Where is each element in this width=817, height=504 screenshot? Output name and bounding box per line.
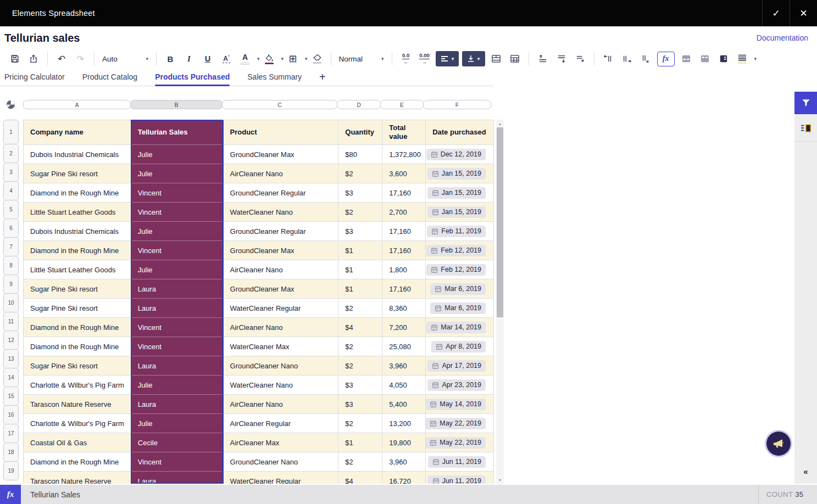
row-header-6[interactable]: 6 [3,219,19,238]
date-cell[interactable]: Apr 23, 2019 [426,376,494,395]
seller-cell[interactable]: Julie [131,164,224,183]
cell-style-select[interactable]: Normal ▾ [336,55,387,63]
scrollbar-thumb[interactable] [497,127,503,317]
product-cell[interactable]: AirCleaner Nano [224,318,339,337]
count-indicator[interactable]: COUNT35 [759,490,817,499]
quantity-cell[interactable]: $3 [338,395,382,414]
date-cell[interactable]: Feb 11, 2019 [426,222,494,241]
italic-button[interactable]: I [182,51,196,66]
company-cell[interactable]: Tarascon Nature Reserve [24,395,131,414]
seller-cell[interactable]: Laura [131,299,224,318]
documentation-link[interactable]: Documentation [757,33,808,42]
row-header-2[interactable]: 2 [3,144,19,163]
seller-cell[interactable]: Laura [131,356,224,376]
product-cell[interactable]: GroundCleaner Nano [224,356,339,376]
quantity-cell[interactable]: $1 [338,241,382,260]
total-value-cell[interactable]: 17,160 [382,222,426,241]
quantity-cell[interactable]: $1 [338,279,382,299]
company-cell[interactable]: Sugar Pine Ski resort [24,164,131,183]
date-badge[interactable]: Apr 8, 2019 [431,341,486,352]
total-value-cell[interactable]: 17,160 [382,183,426,203]
scroll-down-icon[interactable]: ▼ [498,476,502,484]
total-value-cell[interactable]: 8,360 [382,299,426,318]
total-value-cell[interactable]: 1,800 [382,260,426,279]
row-header-18[interactable]: 18 [3,443,19,462]
seller-cell[interactable]: Vincent [131,337,224,356]
filter-button[interactable] [794,92,817,114]
row-height-button[interactable] [735,51,749,66]
underline-button[interactable]: U [201,51,215,66]
row-header-7[interactable]: 7 [3,237,19,256]
company-cell[interactable]: Charlotte & Wilbur's Pig Farm [24,376,131,395]
seller-cell[interactable]: Julie [131,376,224,395]
company-cell[interactable]: Charlotte & Wilbur's Pig Farm [24,414,131,433]
date-badge[interactable]: Feb 12, 2019 [426,264,486,276]
company-cell[interactable]: Little Stuart Leather Goods [24,260,131,279]
collapse-panel-button[interactable]: « [803,467,808,476]
product-cell[interactable]: AirCleaner Regular [224,414,339,433]
formula-bar-toggle-button[interactable]: fx [657,52,675,66]
delete-column-button[interactable] [638,51,653,66]
insert-row-above-button[interactable] [536,51,550,66]
product-cell[interactable]: WaterCleaner Nano [224,203,339,222]
product-cell[interactable]: AirCleaner Nano [224,164,339,183]
date-badge[interactable]: Jun 11, 2019 [428,456,486,468]
date-cell[interactable]: Jun 11, 2019 [426,472,494,484]
date-badge[interactable]: Mar 6, 2019 [430,283,486,295]
row-header-12[interactable]: 12 [3,331,19,350]
date-badge[interactable]: Apr 23, 2019 [427,379,486,391]
product-cell[interactable]: WaterCleaner Regular [224,299,339,318]
date-cell[interactable]: Mar 6, 2019 [426,299,494,318]
date-badge[interactable]: Jan 15, 2019 [427,168,486,180]
increase-decimal-button[interactable]: 0.00→ [418,51,432,66]
date-badge[interactable]: May 22, 2019 [426,418,486,429]
freeze-columns-button[interactable] [698,51,712,66]
company-cell[interactable]: Coastal Oil & Gas [24,433,131,452]
product-cell[interactable]: GroundCleaner Regular [224,183,339,203]
date-cell[interactable]: May 14, 2019 [426,395,494,414]
total-value-cell[interactable]: 17,160 [382,279,426,299]
seller-cell[interactable]: Cecile [131,433,224,452]
total-value-cell[interactable]: 13,200 [382,414,426,433]
date-cell[interactable]: Feb 12, 2019 [426,260,494,279]
date-cell[interactable]: Jan 15, 2019 [426,183,494,203]
total-value-cell[interactable]: 16,720 [382,472,426,484]
date-cell[interactable]: Jun 11, 2019 [426,452,494,472]
product-cell[interactable]: GroundCleaner Max [224,279,339,299]
column-header-E[interactable]: E [380,100,424,109]
select-all-icon[interactable] [6,100,15,109]
quantity-cell[interactable]: $2 [338,356,382,376]
company-cell[interactable]: Diamond in the Rough Mine [24,452,131,472]
date-cell[interactable]: May 22, 2019 [426,414,494,433]
tab-products-purchased[interactable]: Products Purchased [155,68,230,86]
seller-cell[interactable]: Vincent [131,183,224,203]
decrease-decimal-button[interactable]: 0.0← [399,51,413,66]
column-header-C[interactable]: C [222,100,337,109]
confirm-button[interactable]: ✓ [762,0,790,26]
chevron-down-icon[interactable]: ▾ [281,56,284,61]
company-cell[interactable]: Sugar Pine Ski resort [24,356,131,376]
quantity-cell[interactable]: $3 [338,183,382,203]
total-value-cell[interactable]: 4,050 [382,376,426,395]
date-cell[interactable]: Jan 15, 2019 [426,164,494,183]
date-cell[interactable]: Mar 14, 2019 [426,318,494,337]
seller-cell[interactable]: Julie [131,260,224,279]
chevron-down-icon[interactable]: ▾ [257,56,260,61]
company-cell[interactable]: Little Stuart Leather Goods [24,203,131,222]
seller-cell[interactable]: Laura [131,279,224,299]
strikethrough-button[interactable]: A° [219,51,234,66]
seller-cell[interactable]: Vincent [131,318,224,337]
header-cell-5[interactable]: Date purchased [426,120,494,145]
vertical-scrollbar[interactable]: ▲ ▼ [496,120,504,484]
row-header-1[interactable]: 1 [3,120,19,144]
row-header-16[interactable]: 16 [3,405,19,424]
total-value-cell[interactable]: 3,960 [382,452,426,472]
insert-column-left-button[interactable] [601,51,615,66]
total-value-cell[interactable]: 5,400 [382,395,426,414]
quantity-cell[interactable]: $2 [338,337,382,356]
column-header-A[interactable]: A [23,100,131,109]
row-header-19[interactable]: 19 [3,461,19,480]
font-size-select[interactable]: Auto ▾ [99,55,152,63]
bold-button[interactable]: B [163,51,177,66]
date-badge[interactable]: Mar 14, 2019 [426,322,486,333]
